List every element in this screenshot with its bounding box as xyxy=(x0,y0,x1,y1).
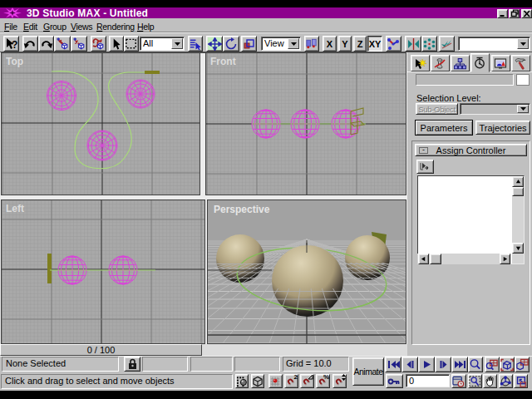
svg-text:Left: Left xyxy=(6,203,24,214)
svg-text:?: ? xyxy=(12,39,17,51)
svg-text:Perspective: Perspective xyxy=(214,204,270,215)
svg-text:Front: Front xyxy=(210,56,236,67)
svg-text:Top: Top xyxy=(6,56,23,67)
